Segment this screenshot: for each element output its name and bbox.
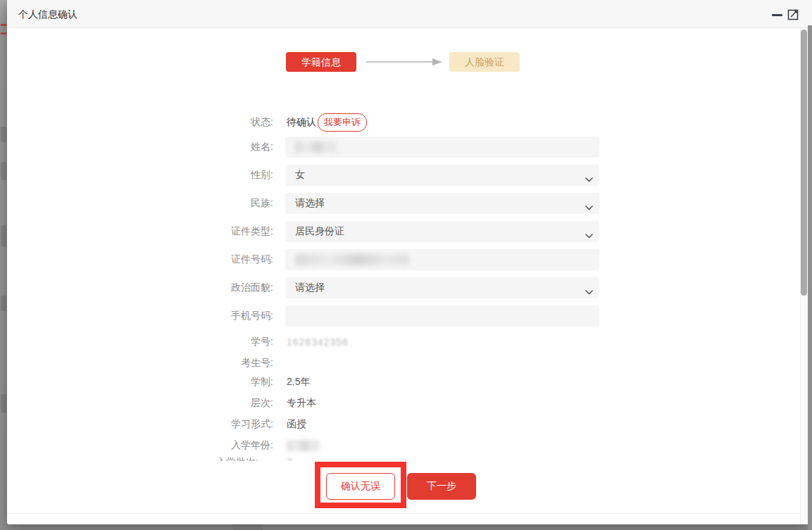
political-status-select[interactable]: 请选择 (285, 277, 599, 298)
student-id-value: 1628342356 (287, 336, 349, 348)
ethnicity-select[interactable]: 请选择 (285, 193, 599, 214)
student-id-label: 学号: (251, 336, 273, 348)
dialog-titlebar: 个人信息确认 (7, 0, 808, 28)
id-number-label: 证件号码: (231, 253, 273, 266)
examinee-no-row: 考生号: (7, 353, 808, 373)
minimize-icon[interactable] (772, 14, 782, 16)
clipped-row-label: 入学批次: (216, 456, 258, 461)
background-page-fragment (232, 524, 263, 530)
status-value: 待确认 (287, 116, 316, 129)
background-page-fragment (1, 127, 6, 142)
dimmed-page-right-edge (808, 25, 812, 530)
chevron-down-icon (585, 229, 593, 241)
chevron-down-icon (585, 286, 593, 297)
enrollment-year-value (287, 439, 319, 451)
gender-label: 性别: (251, 169, 273, 182)
student-id-row: 学号: 1628342356 (7, 332, 808, 352)
dimmed-page-left-edge (0, 0, 7, 530)
study-length-row: 学制: 2.5年 (7, 372, 808, 392)
footer-divider (7, 513, 808, 514)
background-page-fragment (1, 162, 6, 180)
dialog-title: 个人信息确认 (18, 0, 77, 28)
level-row: 层次: 专升本 (7, 393, 808, 413)
id-type-value: 居民身份证 (295, 225, 344, 238)
background-page-fragment (1, 296, 6, 311)
next-step-button[interactable]: 下一步 (407, 473, 476, 500)
id-type-label: 证件类型: (231, 225, 273, 238)
personal-info-dialog: 个人信息确认 学籍信息 人脸验证 状态: 待确认 我要申诉 姓名: 性别: (7, 0, 808, 524)
ethnicity-value: 请选择 (295, 197, 325, 210)
study-length-label: 学制: (251, 376, 273, 389)
phone-input[interactable] (285, 305, 599, 327)
redacted-value (295, 254, 409, 265)
study-length-value: 2.5年 (287, 376, 310, 389)
study-form-label: 学习形式: (231, 418, 273, 431)
clipped-row: 入学批次: 2 (7, 456, 808, 461)
name-row: 姓名: (7, 137, 808, 158)
background-page-fragment (1, 24, 6, 26)
background-page-fragment (1, 225, 6, 246)
political-status-value: 请选择 (295, 282, 325, 294)
id-type-select[interactable]: 居民身份证 (285, 221, 599, 242)
background-page-fragment (1, 394, 6, 412)
maximize-icon[interactable] (787, 8, 799, 20)
id-number-row: 证件号码: (7, 249, 808, 270)
gender-row: 性别: 女 (7, 165, 808, 186)
redacted-value (287, 441, 319, 452)
name-input[interactable] (285, 137, 599, 158)
id-type-row: 证件类型: 居民身份证 (7, 221, 808, 242)
titlebar-corner (808, 0, 812, 25)
dimmed-page-bottom-edge (0, 524, 812, 530)
examinee-no-label: 考生号: (241, 357, 273, 370)
name-label: 姓名: (251, 141, 273, 153)
appeal-button[interactable]: 我要申诉 (318, 113, 367, 132)
enrollment-year-row: 入学年份: (7, 436, 808, 455)
step-face-verify[interactable]: 人脸验证 (449, 52, 520, 72)
political-status-label: 政治面貌: (231, 282, 273, 294)
ethnicity-row: 民族: 请选择 (7, 193, 808, 214)
confirm-correct-button[interactable]: 确认无误 (326, 473, 395, 500)
political-status-row: 政治面貌: 请选择 (7, 277, 808, 298)
study-form-row: 学习形式: 函授 (7, 415, 808, 434)
id-number-input[interactable] (285, 249, 599, 270)
step-arrow-icon (365, 56, 444, 70)
chevron-down-icon (585, 201, 593, 213)
phone-label: 手机号码: (231, 310, 273, 322)
enrollment-year-label: 入学年份: (231, 439, 273, 452)
ethnicity-label: 民族: (251, 197, 273, 210)
scrollbar-track[interactable] (800, 28, 808, 524)
status-row: 状态: 待确认 我要申诉 (7, 111, 808, 134)
status-label: 状态: (251, 116, 273, 129)
background-page-fragment (1, 32, 6, 34)
clipped-row-value: 2 (287, 456, 292, 461)
step-student-info[interactable]: 学籍信息 (286, 52, 356, 72)
chevron-down-icon (585, 173, 593, 184)
gender-select[interactable]: 女 (285, 165, 599, 186)
level-value: 专升本 (287, 397, 316, 410)
phone-row: 手机号码: (7, 305, 808, 327)
redacted-value (295, 141, 336, 153)
gender-value: 女 (295, 169, 305, 182)
level-label: 层次: (251, 397, 273, 410)
study-form-value: 函授 (287, 418, 306, 431)
scrollbar-thumb[interactable] (801, 30, 807, 296)
